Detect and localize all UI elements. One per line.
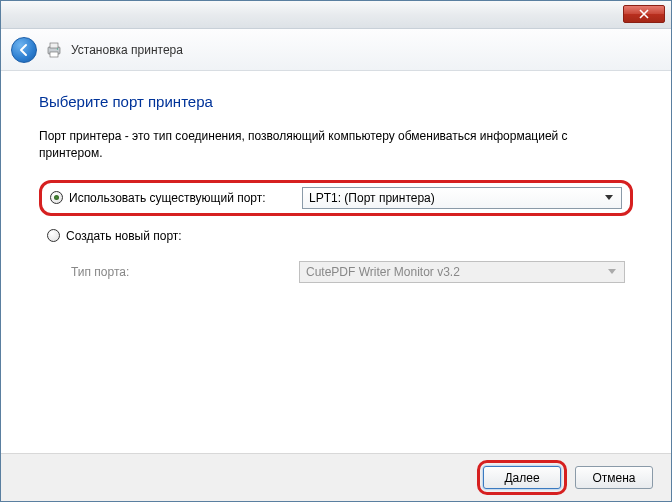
titlebar: [1, 1, 671, 29]
radio-checked-icon: [50, 191, 63, 204]
dialog-window: Установка принтера Выберите порт принтер…: [0, 0, 672, 502]
new-port-row: Создать новый порт:: [39, 224, 633, 248]
chevron-down-icon: [604, 269, 620, 275]
back-button[interactable]: [11, 37, 37, 63]
new-port-radio[interactable]: Создать новый порт:: [47, 229, 299, 243]
existing-port-label: Использовать существующий порт:: [69, 191, 266, 205]
chevron-down-icon: [601, 195, 617, 201]
svg-rect-2: [50, 52, 58, 57]
next-button-highlight: Далее: [477, 460, 567, 495]
page-title: Выберите порт принтера: [39, 93, 633, 110]
back-arrow-icon: [17, 43, 31, 57]
svg-point-3: [57, 48, 58, 49]
button-bar: Далее Отмена: [1, 453, 671, 501]
cancel-button[interactable]: Отмена: [575, 466, 653, 489]
content-area: Выберите порт принтера Порт принтера - э…: [1, 71, 671, 288]
existing-port-value: LPT1: (Порт принтера): [307, 191, 601, 205]
port-type-label: Тип порта:: [71, 265, 299, 279]
wizard-header: Установка принтера: [1, 29, 671, 71]
next-button[interactable]: Далее: [483, 466, 561, 489]
port-type-select: CutePDF Writer Monitor v3.2: [299, 261, 625, 283]
existing-port-row: Использовать существующий порт: LPT1: (П…: [39, 180, 633, 216]
printer-icon: [45, 41, 63, 59]
existing-port-select[interactable]: LPT1: (Порт принтера): [302, 187, 622, 209]
port-type-row: Тип порта: CutePDF Writer Monitor v3.2: [39, 256, 633, 288]
header-title: Установка принтера: [71, 43, 183, 57]
close-icon: [639, 9, 649, 19]
close-button[interactable]: [623, 5, 665, 23]
port-type-value: CutePDF Writer Monitor v3.2: [304, 265, 604, 279]
svg-rect-1: [50, 43, 58, 48]
new-port-label: Создать новый порт:: [66, 229, 182, 243]
existing-port-radio[interactable]: Использовать существующий порт:: [50, 191, 302, 205]
radio-unchecked-icon: [47, 229, 60, 242]
page-description: Порт принтера - это тип соединения, позв…: [39, 128, 633, 162]
